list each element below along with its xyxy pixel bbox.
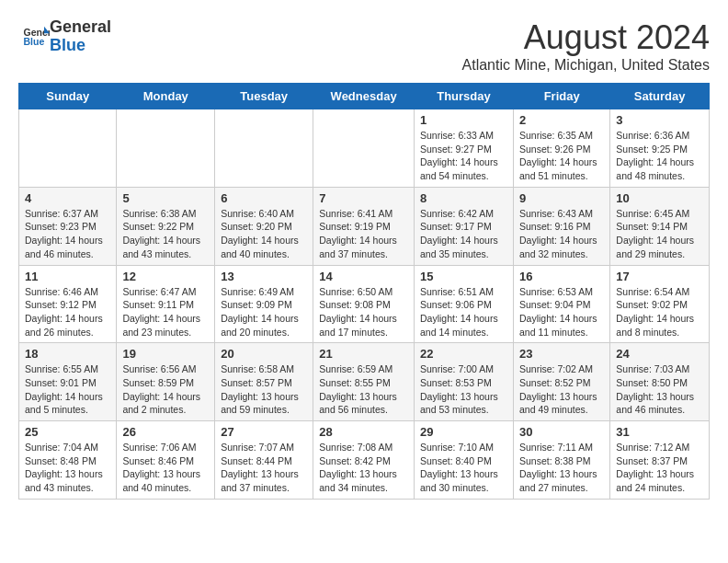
calendar-cell: 23Sunrise: 7:02 AM Sunset: 8:52 PM Dayli…: [513, 343, 609, 421]
day-info: Sunrise: 7:06 AM Sunset: 8:46 PM Dayligh…: [122, 441, 209, 495]
day-number: 31: [616, 425, 703, 439]
day-info: Sunrise: 6:45 AM Sunset: 9:14 PM Dayligh…: [616, 207, 703, 261]
calendar-cell: 30Sunrise: 7:11 AM Sunset: 8:38 PM Dayli…: [513, 421, 609, 500]
day-number: 2: [519, 113, 604, 127]
calendar-cell: 27Sunrise: 7:07 AM Sunset: 8:44 PM Dayli…: [215, 421, 313, 500]
day-number: 12: [122, 270, 209, 283]
calendar-week-3: 11Sunrise: 6:46 AM Sunset: 9:12 PM Dayli…: [19, 265, 710, 343]
day-info: Sunrise: 6:47 AM Sunset: 9:11 PM Dayligh…: [122, 285, 209, 339]
day-number: 28: [319, 425, 408, 439]
day-info: Sunrise: 6:33 AM Sunset: 9:27 PM Dayligh…: [420, 129, 507, 183]
calendar-cell: 21Sunrise: 6:59 AM Sunset: 8:55 PM Dayli…: [313, 343, 415, 421]
calendar-cell: 25Sunrise: 7:04 AM Sunset: 8:48 PM Dayli…: [19, 421, 117, 500]
logo-text: General Blue: [50, 18, 111, 55]
calendar-cell: 5Sunrise: 6:38 AM Sunset: 9:22 PM Daylig…: [117, 187, 215, 265]
calendar-cell: 26Sunrise: 7:06 AM Sunset: 8:46 PM Dayli…: [117, 421, 215, 500]
calendar-cell: 6Sunrise: 6:40 AM Sunset: 9:20 PM Daylig…: [215, 187, 313, 265]
calendar-cell: 29Sunrise: 7:10 AM Sunset: 8:40 PM Dayli…: [415, 421, 514, 500]
day-number: 4: [25, 191, 110, 205]
day-info: Sunrise: 6:51 AM Sunset: 9:06 PM Dayligh…: [420, 285, 507, 339]
calendar-cell: 15Sunrise: 6:51 AM Sunset: 9:06 PM Dayli…: [415, 265, 514, 343]
calendar-cell: 31Sunrise: 7:12 AM Sunset: 8:37 PM Dayli…: [610, 421, 710, 500]
calendar-cell: 19Sunrise: 6:56 AM Sunset: 8:59 PM Dayli…: [117, 343, 215, 421]
day-number: 24: [616, 347, 703, 361]
day-number: 14: [319, 270, 408, 283]
calendar-cell: [313, 109, 415, 188]
day-info: Sunrise: 6:38 AM Sunset: 9:22 PM Dayligh…: [122, 207, 209, 261]
day-info: Sunrise: 6:53 AM Sunset: 9:04 PM Dayligh…: [519, 285, 604, 339]
day-number: 26: [122, 425, 209, 439]
calendar-cell: 7Sunrise: 6:41 AM Sunset: 9:19 PM Daylig…: [313, 187, 415, 265]
logo-general-text: General: [50, 18, 111, 37]
day-info: Sunrise: 7:12 AM Sunset: 8:37 PM Dayligh…: [616, 441, 703, 495]
day-number: 1: [420, 113, 507, 127]
calendar-week-1: 1Sunrise: 6:33 AM Sunset: 9:27 PM Daylig…: [19, 109, 710, 188]
day-info: Sunrise: 7:04 AM Sunset: 8:48 PM Dayligh…: [25, 441, 110, 495]
day-info: Sunrise: 7:03 AM Sunset: 8:50 PM Dayligh…: [616, 362, 703, 417]
col-header-saturday: Saturday: [610, 84, 710, 109]
day-info: Sunrise: 6:36 AM Sunset: 9:25 PM Dayligh…: [616, 129, 703, 183]
calendar-cell: 2Sunrise: 6:35 AM Sunset: 9:26 PM Daylig…: [513, 109, 609, 188]
col-header-wednesday: Wednesday: [313, 84, 415, 109]
location-title: Atlantic Mine, Michigan, United States: [462, 57, 710, 74]
calendar-cell: 28Sunrise: 7:08 AM Sunset: 8:42 PM Dayli…: [313, 421, 415, 500]
calendar-table: SundayMondayTuesdayWednesdayThursdayFrid…: [18, 83, 710, 500]
calendar-week-5: 25Sunrise: 7:04 AM Sunset: 8:48 PM Dayli…: [19, 421, 710, 500]
calendar-cell: 3Sunrise: 6:36 AM Sunset: 9:25 PM Daylig…: [610, 109, 710, 188]
calendar-cell: [215, 109, 313, 188]
day-number: 9: [519, 191, 604, 205]
month-title: August 2024: [462, 18, 710, 57]
day-info: Sunrise: 7:00 AM Sunset: 8:53 PM Dayligh…: [420, 362, 507, 417]
day-number: 10: [616, 191, 703, 205]
day-info: Sunrise: 7:02 AM Sunset: 8:52 PM Dayligh…: [519, 362, 604, 417]
col-header-tuesday: Tuesday: [215, 84, 313, 109]
day-number: 18: [25, 347, 110, 361]
day-number: 13: [221, 270, 307, 283]
day-number: 7: [319, 191, 408, 205]
day-number: 21: [319, 347, 408, 361]
day-info: Sunrise: 7:07 AM Sunset: 8:44 PM Dayligh…: [221, 441, 307, 495]
day-info: Sunrise: 6:40 AM Sunset: 9:20 PM Dayligh…: [221, 207, 307, 261]
calendar-cell: 10Sunrise: 6:45 AM Sunset: 9:14 PM Dayli…: [610, 187, 710, 265]
logo-blue-text: Blue: [50, 37, 111, 55]
day-number: 22: [420, 347, 507, 361]
col-header-monday: Monday: [117, 84, 215, 109]
calendar-cell: 22Sunrise: 7:00 AM Sunset: 8:53 PM Dayli…: [415, 343, 514, 421]
calendar-cell: 1Sunrise: 6:33 AM Sunset: 9:27 PM Daylig…: [415, 109, 514, 188]
col-header-sunday: Sunday: [19, 84, 117, 109]
calendar-cell: 18Sunrise: 6:55 AM Sunset: 9:01 PM Dayli…: [19, 343, 117, 421]
calendar-week-4: 18Sunrise: 6:55 AM Sunset: 9:01 PM Dayli…: [19, 343, 710, 421]
day-number: 30: [519, 425, 604, 439]
day-info: Sunrise: 6:50 AM Sunset: 9:08 PM Dayligh…: [319, 285, 408, 339]
day-info: Sunrise: 6:49 AM Sunset: 9:09 PM Dayligh…: [221, 285, 307, 339]
day-info: Sunrise: 7:10 AM Sunset: 8:40 PM Dayligh…: [420, 441, 507, 495]
logo: General Blue General Blue: [18, 18, 111, 55]
day-info: Sunrise: 6:55 AM Sunset: 9:01 PM Dayligh…: [25, 362, 110, 417]
day-info: Sunrise: 6:54 AM Sunset: 9:02 PM Dayligh…: [616, 285, 703, 339]
calendar-cell: 20Sunrise: 6:58 AM Sunset: 8:57 PM Dayli…: [215, 343, 313, 421]
calendar-cell: 13Sunrise: 6:49 AM Sunset: 9:09 PM Dayli…: [215, 265, 313, 343]
day-number: 5: [122, 191, 209, 205]
day-number: 6: [221, 191, 307, 205]
day-number: 29: [420, 425, 507, 439]
calendar-cell: 17Sunrise: 6:54 AM Sunset: 9:02 PM Dayli…: [610, 265, 710, 343]
calendar-cell: 8Sunrise: 6:42 AM Sunset: 9:17 PM Daylig…: [415, 187, 514, 265]
day-number: 17: [616, 270, 703, 283]
title-section: August 2024 Atlantic Mine, Michigan, Uni…: [462, 18, 710, 74]
day-number: 23: [519, 347, 604, 361]
logo-icon: General Blue: [22, 23, 50, 51]
day-number: 16: [519, 270, 604, 283]
day-info: Sunrise: 6:42 AM Sunset: 9:17 PM Dayligh…: [420, 207, 507, 261]
day-info: Sunrise: 6:43 AM Sunset: 9:16 PM Dayligh…: [519, 207, 604, 261]
day-info: Sunrise: 6:56 AM Sunset: 8:59 PM Dayligh…: [122, 362, 209, 417]
day-number: 20: [221, 347, 307, 361]
calendar-cell: 4Sunrise: 6:37 AM Sunset: 9:23 PM Daylig…: [19, 187, 117, 265]
day-info: Sunrise: 6:35 AM Sunset: 9:26 PM Dayligh…: [519, 129, 604, 183]
day-info: Sunrise: 6:37 AM Sunset: 9:23 PM Dayligh…: [25, 207, 110, 261]
calendar-cell: 11Sunrise: 6:46 AM Sunset: 9:12 PM Dayli…: [19, 265, 117, 343]
col-header-friday: Friday: [513, 84, 609, 109]
day-info: Sunrise: 6:46 AM Sunset: 9:12 PM Dayligh…: [25, 285, 110, 339]
day-info: Sunrise: 6:58 AM Sunset: 8:57 PM Dayligh…: [221, 362, 307, 417]
col-header-thursday: Thursday: [415, 84, 514, 109]
header: General Blue General Blue August 2024 At…: [18, 18, 710, 74]
